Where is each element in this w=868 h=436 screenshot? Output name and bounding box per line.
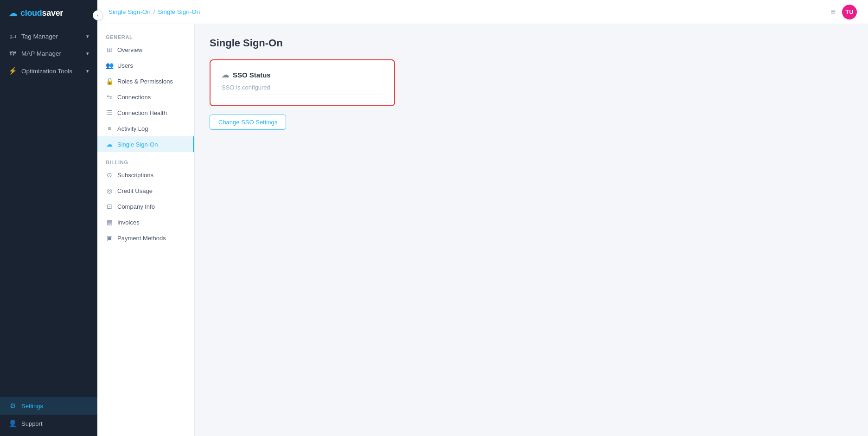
lock-icon: 🔒 (106, 77, 113, 85)
connections-icon: ⇆ (106, 93, 113, 101)
sidebar-collapse-button[interactable]: ‹ (93, 10, 103, 20)
sub-nav-invoices[interactable]: ▤ Invoices (97, 214, 194, 230)
settings-icon: ⚙ (8, 402, 17, 410)
logo-cloud: ☁ (8, 7, 18, 19)
sso-card-title: ☁ SSO Status (222, 71, 383, 79)
chevron-down-icon: ▾ (86, 33, 89, 39)
sub-nav-activity-log[interactable]: ≡ Activity Log (97, 121, 194, 136)
breadcrumb-separator: / (153, 8, 155, 15)
company-icon: ⊡ (106, 203, 113, 210)
sidebar-item-support[interactable]: 👤 Support (0, 415, 97, 432)
sidebar-item-map-manager[interactable]: 🗺 MAP Manager ▾ (0, 45, 97, 62)
sso-card-icon: ☁ (222, 71, 229, 79)
sidebar-bottom: ⚙ Settings 👤 Support (0, 393, 97, 436)
change-sso-button[interactable]: Change SSO Settings (210, 115, 286, 130)
activity-log-icon: ≡ (106, 125, 113, 132)
general-section-label: General (97, 32, 194, 42)
users-icon: 👥 (106, 62, 113, 69)
breadcrumb-current: Single Sign-On (158, 8, 200, 15)
chevron-down-icon: ▾ (86, 51, 89, 57)
billing-section-label: Billing (97, 157, 194, 167)
map-icon: 🗺 (8, 50, 17, 58)
chevron-down-icon: ▾ (86, 68, 89, 74)
sub-nav-company-info[interactable]: ⊡ Company Info (97, 199, 194, 214)
brand-logo[interactable]: ☁ cloudsaver (0, 0, 97, 26)
sub-nav-subscriptions[interactable]: ⊙ Subscriptions (97, 167, 194, 183)
overview-icon: ⊞ (106, 46, 113, 53)
sub-nav-users[interactable]: 👥 Users (97, 58, 194, 73)
subscriptions-icon: ⊙ (106, 171, 113, 179)
page-content: Single Sign-On ☁ SSO Status SSO is confi… (195, 24, 868, 436)
list-icon[interactable]: ≡ (830, 7, 836, 17)
sub-nav-connections[interactable]: ⇆ Connections (97, 89, 194, 105)
support-icon: 👤 (8, 419, 17, 428)
sidebar-item-settings[interactable]: ⚙ Settings (0, 397, 97, 415)
page-title: Single Sign-On (210, 37, 853, 49)
breadcrumb: Single Sign-On / Single Sign-On (108, 8, 200, 15)
sub-nav-payment-methods[interactable]: ▣ Payment Methods (97, 230, 194, 246)
sidebar-nav: 🏷 Tag Manager ▾ 🗺 MAP Manager ▾ ⚡ Optimi… (0, 26, 97, 393)
content-area: General ⊞ Overview 👥 Users 🔒 Roles & Per… (97, 24, 868, 436)
sso-status-card: ☁ SSO Status SSO is configured (210, 59, 395, 106)
sub-nav-roles-permissions[interactable]: 🔒 Roles & Permissions (97, 73, 194, 89)
main-sidebar: ☁ cloudsaver ‹ 🏷 Tag Manager ▾ 🗺 MAP Man… (0, 0, 97, 436)
sub-sidebar: General ⊞ Overview 👥 Users 🔒 Roles & Per… (97, 24, 195, 436)
breadcrumb-root[interactable]: Single Sign-On (108, 8, 151, 15)
sso-nav-icon: ☁ (106, 141, 113, 148)
sub-nav-credit-usage[interactable]: ◎ Credit Usage (97, 183, 194, 199)
payment-icon: ▣ (106, 234, 113, 242)
sub-nav-overview[interactable]: ⊞ Overview (97, 42, 194, 58)
tag-icon: 🏷 (8, 32, 17, 40)
sidebar-item-tag-manager[interactable]: 🏷 Tag Manager ▾ (0, 28, 97, 45)
sub-nav-connection-health[interactable]: ☰ Connection Health (97, 105, 194, 121)
sidebar-item-optimization-tools[interactable]: ⚡ Optimization Tools ▾ (0, 62, 97, 80)
credit-icon: ◎ (106, 187, 113, 194)
health-icon: ☰ (106, 109, 113, 116)
sso-status-text: SSO is configured (222, 84, 383, 95)
main-area: Single Sign-On / Single Sign-On ≡ TU Gen… (97, 0, 868, 436)
topbar: Single Sign-On / Single Sign-On ≡ TU (97, 0, 868, 24)
sub-nav-single-sign-on[interactable]: ☁ Single Sign-On (97, 136, 194, 152)
optimization-icon: ⚡ (8, 67, 17, 75)
avatar[interactable]: TU (842, 5, 857, 19)
topbar-right: ≡ TU (830, 5, 857, 19)
logo-text: cloudsaver (20, 8, 63, 18)
invoices-icon: ▤ (106, 218, 113, 226)
